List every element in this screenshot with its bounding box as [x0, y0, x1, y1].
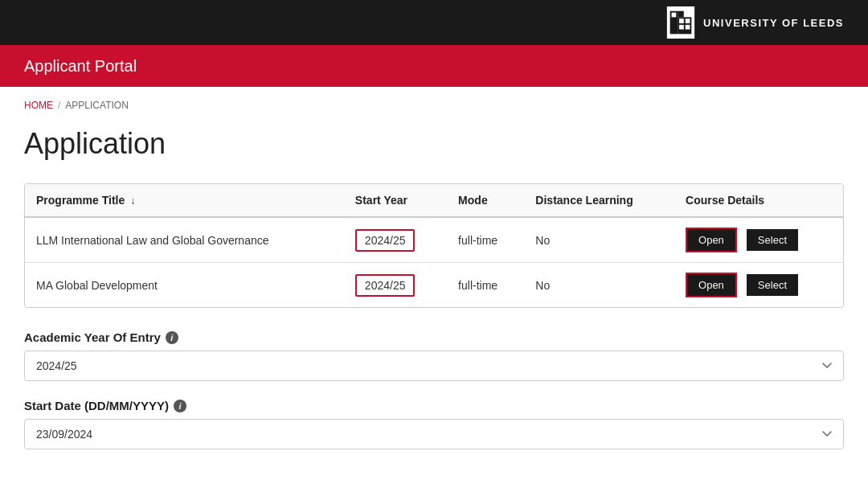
- start-year-cell: 2024/25: [344, 217, 447, 263]
- svg-rect-4: [672, 13, 677, 18]
- distance-learning-cell: No: [524, 263, 674, 308]
- open-button-row1[interactable]: Open: [686, 228, 737, 252]
- programmes-table: Programme Title ↓ Start Year Mode Distan…: [25, 184, 843, 307]
- breadcrumb-home-link[interactable]: HOME: [24, 100, 53, 111]
- start-year-cell: 2024/25: [344, 263, 447, 308]
- mode-cell: full-time: [447, 263, 524, 308]
- svg-rect-7: [679, 25, 684, 30]
- top-bar: UNIVERSITY OF LEEDS: [0, 0, 868, 45]
- header-bar: Applicant Portal: [0, 45, 868, 87]
- col-programme-title: Programme Title ↓: [25, 184, 344, 217]
- university-logo: UNIVERSITY OF LEEDS: [666, 6, 844, 39]
- svg-rect-6: [686, 18, 690, 23]
- academic-year-info-icon[interactable]: i: [166, 331, 178, 344]
- open-button-row2[interactable]: Open: [686, 273, 737, 297]
- sort-icon[interactable]: ↓: [130, 195, 135, 207]
- page-heading: Application: [24, 127, 844, 161]
- svg-rect-5: [679, 18, 684, 23]
- table-row: MA Global Development 2024/25 full-time …: [25, 263, 843, 308]
- portal-title: Applicant Portal: [24, 57, 137, 76]
- start-date-label: Start Date (DD/MM/YYYY) i: [24, 399, 844, 412]
- academic-year-label: Academic Year Of Entry i: [24, 330, 844, 344]
- col-distance-learning: Distance Learning: [524, 184, 674, 217]
- distance-learning-cell: No: [524, 217, 674, 263]
- university-name-text: UNIVERSITY OF LEEDS: [703, 17, 844, 29]
- table-header-row: Programme Title ↓ Start Year Mode Distan…: [25, 184, 843, 217]
- programme-title-cell: LLM International Law and Global Governa…: [25, 217, 344, 263]
- breadcrumb: HOME / APPLICATION: [24, 100, 844, 111]
- breadcrumb-current: APPLICATION: [65, 100, 128, 111]
- year-badge: 2024/25: [355, 274, 416, 297]
- start-date-select[interactable]: 23/09/2024: [24, 419, 844, 449]
- col-mode: Mode: [447, 184, 524, 217]
- course-details-cell: Open Select: [674, 263, 843, 308]
- table-row: LLM International Law and Global Governa…: [25, 217, 843, 263]
- main-content: HOME / APPLICATION Application Programme…: [0, 87, 868, 484]
- university-logo-icon: [666, 6, 695, 39]
- course-details-buttons: Open Select: [686, 228, 832, 252]
- col-start-year: Start Year: [344, 184, 447, 217]
- year-badge: 2024/25: [355, 229, 416, 252]
- course-details-buttons: Open Select: [686, 273, 832, 297]
- select-button-row1[interactable]: Select: [747, 229, 798, 251]
- academic-year-select[interactable]: 2024/25: [24, 351, 844, 381]
- svg-rect-8: [686, 25, 690, 30]
- course-details-cell: Open Select: [674, 217, 843, 263]
- academic-year-section: Academic Year Of Entry i 2024/25: [24, 330, 844, 381]
- start-date-section: Start Date (DD/MM/YYYY) i 23/09/2024: [24, 399, 844, 449]
- col-course-details: Course Details: [674, 184, 843, 217]
- select-button-row2[interactable]: Select: [747, 274, 798, 296]
- svg-rect-3: [678, 11, 684, 18]
- mode-cell: full-time: [447, 217, 524, 263]
- breadcrumb-separator: /: [58, 100, 60, 111]
- programme-title-cell: MA Global Development: [25, 263, 344, 308]
- start-date-info-icon[interactable]: i: [174, 400, 186, 412]
- programmes-table-container: Programme Title ↓ Start Year Mode Distan…: [24, 183, 844, 308]
